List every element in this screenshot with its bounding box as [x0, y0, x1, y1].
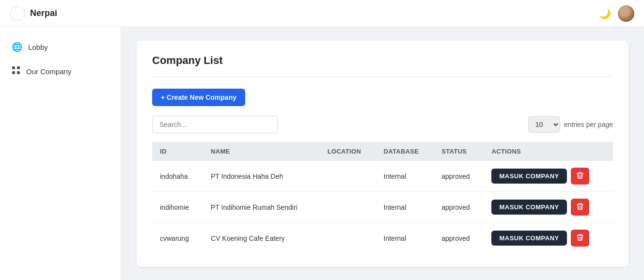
masuk-company-button[interactable]: MASUK COMPANY: [491, 200, 566, 215]
col-id: ID: [152, 142, 203, 161]
lobby-icon: 🌐: [12, 42, 22, 52]
cell-name: CV Koening Cafe Eatery: [203, 223, 320, 254]
entries-label: entries per page: [564, 121, 613, 128]
svg-rect-5: [17, 71, 20, 74]
sidebar-item-our-company-label: Our Company: [26, 67, 71, 76]
col-name: NAME: [203, 142, 320, 161]
header-right: 🌙: [599, 5, 634, 22]
main-content: Company List + Create New Company 10 25 …: [121, 27, 644, 280]
cell-database: Internal: [376, 223, 434, 254]
cell-actions: MASUK COMPANY: [484, 161, 613, 192]
page-title: Company List: [152, 54, 613, 67]
cell-id: indihomie: [152, 192, 203, 223]
app-logo: 🐾: [10, 6, 25, 21]
svg-point-0: [10, 6, 25, 21]
layout: 🌐 Lobby Our Company Company List + Creat: [0, 27, 644, 280]
delete-company-button[interactable]: [571, 230, 589, 247]
sidebar: 🌐 Lobby Our Company: [0, 27, 121, 280]
user-avatar[interactable]: [618, 5, 634, 22]
our-company-icon: [12, 66, 20, 77]
cell-location: [320, 192, 376, 223]
col-location: LOCATION: [320, 142, 376, 161]
sidebar-item-lobby[interactable]: 🌐 Lobby: [0, 35, 121, 59]
entries-per-page-select[interactable]: 10 25 50 100: [528, 116, 560, 133]
table-row: indohaha PT Indonesia Haha Deh Internal …: [152, 161, 613, 192]
cell-actions: MASUK COMPANY: [484, 223, 613, 254]
masuk-company-button[interactable]: MASUK COMPANY: [491, 169, 566, 184]
col-actions: ACTIONS: [484, 142, 613, 161]
cell-location: [320, 223, 376, 254]
cell-name: PT Indihomie Rumah Sendiri: [203, 192, 320, 223]
delete-company-button[interactable]: [571, 168, 589, 185]
cell-database: Internal: [376, 192, 434, 223]
toolbar: + Create New Company: [152, 89, 613, 106]
content-card: Company List + Create New Company 10 25 …: [137, 41, 628, 267]
col-database: DATABASE: [376, 142, 434, 161]
cell-database: Internal: [376, 161, 434, 192]
delete-company-button[interactable]: [571, 199, 589, 216]
title-divider: [152, 77, 613, 77]
header-left: 🐾 Nerpai: [10, 6, 57, 21]
dark-mode-icon[interactable]: 🌙: [599, 8, 611, 19]
cell-id: indohaha: [152, 161, 203, 192]
sidebar-item-our-company[interactable]: Our Company: [0, 59, 121, 84]
svg-rect-4: [12, 71, 15, 74]
col-status: STATUS: [434, 142, 484, 161]
masuk-company-button[interactable]: MASUK COMPANY: [491, 231, 566, 246]
svg-rect-3: [17, 66, 20, 69]
app-title: Nerpai: [30, 8, 57, 18]
table-row: cvwarung CV Koening Cafe Eatery Internal…: [152, 223, 613, 254]
cell-id: cvwarung: [152, 223, 203, 254]
table-header-row: ID NAME LOCATION DATABASE STATUS ACTIONS: [152, 142, 613, 161]
create-new-company-button[interactable]: + Create New Company: [152, 89, 245, 106]
cell-location: [320, 161, 376, 192]
search-input[interactable]: [152, 116, 278, 133]
entries-control: 10 25 50 100 entries per page: [528, 116, 613, 133]
cell-name: PT Indonesia Haha Deh: [203, 161, 320, 192]
company-table: ID NAME LOCATION DATABASE STATUS ACTIONS…: [152, 142, 613, 253]
cell-status: approved: [434, 161, 484, 192]
cell-status: approved: [434, 192, 484, 223]
sidebar-item-lobby-label: Lobby: [28, 43, 48, 51]
app-header: 🐾 Nerpai 🌙: [0, 0, 644, 27]
table-row: indihomie PT Indihomie Rumah Sendiri Int…: [152, 192, 613, 223]
search-container: [152, 116, 278, 133]
svg-rect-2: [12, 66, 15, 69]
cell-actions: MASUK COMPANY: [484, 192, 613, 223]
toolbar-left: + Create New Company: [152, 89, 245, 106]
cell-status: approved: [434, 223, 484, 254]
